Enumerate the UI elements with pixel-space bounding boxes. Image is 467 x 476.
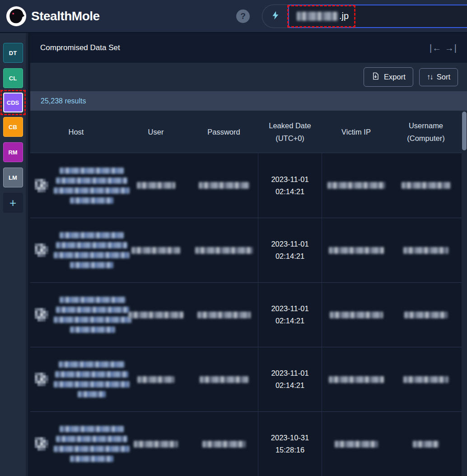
redacted-password — [200, 376, 248, 383]
redacted-victim-ip — [329, 376, 384, 383]
user-cell — [122, 412, 190, 476]
leaked-date-cell: 2023-11-0102:14:21 — [258, 218, 322, 282]
victim-ip-cell — [322, 153, 390, 218]
query-suffix-text: .jp — [339, 11, 349, 21]
redacted-password — [199, 182, 249, 189]
username-cell — [390, 283, 462, 347]
table-row[interactable]: 2023-11-0102:14:21 — [30, 218, 462, 282]
victim-ip-cell — [322, 283, 390, 347]
redacted-user — [137, 182, 175, 189]
col-header-host: Host — [30, 126, 122, 138]
host-cell[interactable] — [30, 153, 122, 218]
table-row[interactable]: 2023-11-0102:14:21 — [30, 282, 462, 347]
redacted-host-link[interactable] — [54, 232, 130, 268]
host-cell[interactable] — [30, 283, 122, 347]
victim-ip-cell — [322, 218, 390, 282]
redacted-user — [128, 312, 183, 318]
redacted-host-link[interactable] — [54, 361, 130, 397]
victim-ip-cell — [322, 347, 390, 411]
sidebar-item-rm[interactable]: RM — [3, 142, 23, 162]
table-toolbar: Export ↑↓ Sort — [30, 63, 467, 91]
table-header: Host User Password Leaked Date(UTC+0) Vi… — [30, 111, 462, 153]
top-bar: StealthMole ? .jp — [0, 0, 467, 33]
site-favicon-icon — [35, 243, 49, 257]
add-module-button[interactable]: + — [3, 193, 23, 213]
export-button[interactable]: Export — [364, 67, 413, 87]
sidebar-item-lm[interactable]: LM — [3, 168, 23, 187]
module-sidebar: DT CL CDS CB RM LM + — [0, 33, 28, 476]
results-count: 25,238 results — [41, 97, 86, 105]
redacted-username — [404, 312, 448, 318]
lightning-bolt-icon — [271, 10, 280, 22]
redacted-password — [195, 247, 253, 254]
host-cell[interactable] — [30, 412, 122, 476]
redacted-victim-ip — [329, 247, 384, 254]
page-title: Compromised Data Set — [40, 43, 120, 52]
redacted-user — [131, 247, 180, 254]
sidebar-item-dt[interactable]: DT — [3, 43, 23, 63]
username-cell — [390, 153, 462, 218]
table-row[interactable]: 2023-10-3115:28:16 — [30, 411, 462, 476]
sidebar-item-cds[interactable]: CDS — [3, 93, 23, 112]
host-cell[interactable] — [30, 347, 122, 411]
stealthmole-logo-icon — [6, 6, 27, 27]
redacted-password — [202, 441, 246, 448]
table-row[interactable]: 2023-11-0102:14:21 — [30, 153, 462, 218]
host-cell[interactable] — [30, 218, 122, 282]
password-cell — [190, 283, 258, 347]
export-label: Export — [384, 73, 406, 81]
results-bar: 25,238 results — [30, 91, 467, 111]
sort-button[interactable]: ↑↓ Sort — [419, 68, 458, 86]
redacted-user — [137, 376, 174, 383]
redacted-host-link[interactable] — [54, 426, 130, 462]
scrollbar-thumb[interactable] — [462, 112, 467, 150]
site-favicon-icon — [35, 308, 49, 322]
user-cell — [122, 153, 190, 218]
panel-header: Compromised Data Set |← →| — [30, 33, 467, 63]
table-body: 2023-11-0102:14:21 2023-11-0102:14:21 — [30, 153, 462, 476]
user-cell — [122, 218, 190, 282]
sidebar-item-cl[interactable]: CL — [3, 68, 23, 88]
sidebar-item-cb[interactable]: CB — [3, 117, 23, 137]
col-header-victim-ip: Victim IP — [322, 126, 390, 138]
site-favicon-icon — [35, 373, 49, 386]
redacted-victim-ip — [327, 182, 385, 189]
user-cell — [122, 283, 190, 347]
search-input[interactable]: .jp — [288, 5, 467, 28]
expand-width-icon[interactable]: |← →| — [430, 43, 457, 53]
redacted-victim-ip — [330, 312, 383, 318]
vertical-scrollbar[interactable] — [462, 111, 467, 476]
victim-ip-cell — [322, 412, 390, 476]
leaked-date-cell: 2023-11-0102:14:21 — [258, 153, 322, 218]
redacted-query-text — [297, 12, 338, 21]
help-icon[interactable]: ? — [236, 9, 250, 23]
redacted-host-link[interactable] — [54, 168, 130, 204]
col-header-username: Username(Computer) — [390, 119, 462, 145]
password-cell — [190, 412, 258, 476]
password-cell — [190, 153, 258, 218]
username-cell — [390, 412, 462, 476]
redacted-username — [403, 376, 448, 383]
redacted-victim-ip — [335, 441, 378, 448]
site-favicon-icon — [35, 179, 49, 192]
redacted-username — [413, 441, 439, 448]
username-cell — [390, 218, 462, 282]
site-favicon-icon — [35, 437, 49, 451]
col-header-leaked-date: Leaked Date(UTC+0) — [258, 119, 322, 145]
search-type-segment[interactable] — [262, 5, 288, 28]
username-cell — [390, 347, 462, 411]
redacted-user — [134, 441, 178, 448]
col-header-user: User — [122, 126, 190, 138]
password-cell — [190, 347, 258, 411]
redacted-username — [403, 247, 448, 254]
col-header-password: Password — [190, 126, 258, 138]
sort-arrows-icon: ↑↓ — [427, 73, 433, 82]
table-row[interactable]: 2023-11-0102:14:21 — [30, 347, 462, 411]
redacted-host-link[interactable] — [54, 297, 131, 333]
leaked-date-cell: 2023-10-3115:28:16 — [258, 412, 322, 476]
brand-title: StealthMole — [31, 9, 100, 23]
redacted-password — [197, 312, 251, 318]
password-cell — [190, 218, 258, 282]
search-bar: .jp — [262, 5, 467, 28]
main-panel: Compromised Data Set |← →| Export ↑↓ Sor… — [30, 33, 467, 476]
